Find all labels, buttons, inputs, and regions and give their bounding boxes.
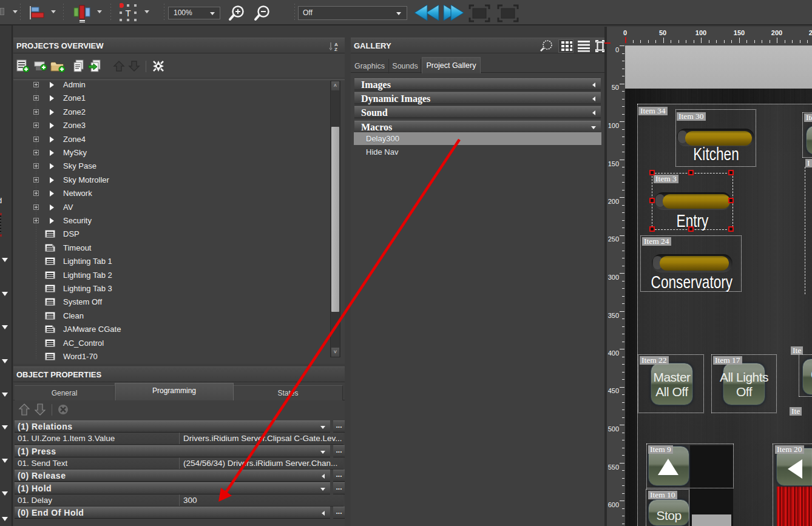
svg-text:T: T bbox=[125, 8, 130, 18]
svg-text:Z: Z bbox=[334, 47, 337, 52]
